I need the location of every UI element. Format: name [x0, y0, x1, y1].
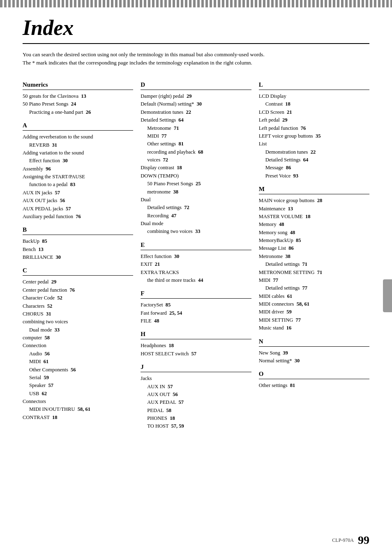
index-entry: the third or more tracks 44	[141, 276, 251, 284]
index-entry: Characters 52	[23, 302, 133, 310]
index-entry: Connection	[23, 342, 133, 350]
top-decorative-bar	[0, 0, 392, 7]
section-rule	[23, 90, 133, 90]
index-entry: AUX PEDAL jacks 57	[23, 205, 133, 213]
index-entry: MASTER VOLUME 18	[259, 213, 369, 221]
column-3: LLCD DisplayContrast 18LCD Screen 21Left…	[259, 76, 369, 431]
index-entry: Metronome 38	[259, 253, 369, 260]
index-entry: PHONES 18	[141, 415, 251, 422]
index-entry: metronome 38	[141, 188, 251, 196]
title-rule	[23, 43, 369, 44]
section-rule	[141, 339, 251, 339]
index-entry: combining two voices	[23, 318, 133, 326]
index-entry: MIDI IN/OUT/THRU 58, 61	[23, 405, 133, 413]
index-entry: AUX OUT jacks 56	[23, 197, 133, 205]
index-entry: Preset Voice 93	[259, 172, 369, 180]
section-header-f: F	[141, 290, 251, 297]
section-header-a: A	[23, 122, 133, 129]
index-entry: Memory song 48	[259, 229, 369, 237]
index-entry: BRILLIANCE 30	[23, 253, 133, 261]
page-number: 99	[358, 534, 369, 547]
index-entry: Connectors	[23, 398, 133, 405]
index-entry: Assigning the START/PAUSE	[23, 173, 133, 181]
index-entry: FactorySet 85	[141, 301, 251, 309]
index-entry: EXTRA TRACKS	[141, 269, 251, 276]
index-entry: function to a pedal 83	[23, 181, 133, 189]
index-entry: Practicing a one-hand part 26	[23, 108, 133, 116]
index-entry: 50 Piano Preset Songs 24	[23, 100, 133, 108]
index-entry: MIDI 61	[23, 358, 133, 366]
index-entry: MAIN voice group buttons 28	[259, 197, 369, 205]
index-entry: Adding variation to the sound	[23, 149, 133, 157]
index-entry: Other Components 56	[23, 366, 133, 374]
index-entry: MIDI 77	[259, 276, 369, 284]
index-entry: TO HOST 57, 59	[141, 422, 251, 430]
index-entry: Detailed Settings 64	[141, 116, 251, 124]
index-entry: FILE 48	[141, 317, 251, 325]
section-rule	[141, 250, 251, 250]
section-rule	[141, 298, 251, 299]
column-1: Numerics50 greats for the Clavinova 1350…	[23, 76, 141, 431]
index-entry: Display contrast 18	[141, 164, 251, 172]
index-entry: Detailed Settings 64	[259, 156, 369, 164]
index-columns: Numerics50 greats for the Clavinova 1350…	[23, 76, 369, 431]
index-entry: AUX IN jacks 57	[23, 189, 133, 197]
section-header-n: N	[259, 338, 369, 345]
index-entry: Left pedal function 76	[259, 124, 369, 132]
index-entry: Maintenance 13	[259, 205, 369, 213]
section-rule	[141, 372, 251, 372]
index-entry: Dual mode	[141, 220, 251, 228]
index-entry: Fast forward 25, 54	[141, 309, 251, 317]
model-name: CLP-970A	[332, 537, 354, 543]
index-entry: Adding reverberation to the sound	[23, 133, 133, 141]
index-entry: Auxiliary pedal function 76	[23, 213, 133, 221]
index-entry: BackUp 85	[23, 237, 133, 245]
section-header-b: B	[23, 226, 133, 233]
index-entry: USB 62	[23, 390, 133, 398]
index-entry: Detailed settings 77	[259, 284, 369, 292]
section-header-j: J	[141, 364, 251, 371]
index-entry: List	[259, 140, 369, 148]
page-footer: CLP-970A 99	[332, 534, 369, 547]
index-entry: Other settings 81	[141, 140, 251, 148]
index-entry: MIDI driver 59	[259, 308, 369, 316]
index-entry: computer 58	[23, 334, 133, 342]
index-entry: recording and playback 68	[141, 148, 251, 156]
index-entry: voices 72	[141, 156, 251, 164]
index-entry: CHORUS 31	[23, 310, 133, 318]
index-entry: Center pedal 29	[23, 278, 133, 286]
index-entry: Assembly 96	[23, 165, 133, 173]
index-entry: METRONOME SETTING 71	[259, 269, 369, 276]
section-header-h: H	[141, 331, 251, 338]
index-entry: Message List 86	[259, 244, 369, 252]
section-header-o: O	[259, 371, 369, 378]
index-entry: Normal setting* 30	[259, 357, 369, 365]
section-header-c: C	[23, 267, 133, 274]
index-entry: CONTRAST 18	[23, 414, 133, 421]
section-rule	[23, 275, 133, 276]
index-entry: LCD Display	[259, 92, 369, 100]
column-2: DDamper (right) pedal 29Default (Normal)…	[141, 76, 258, 431]
section-header-l: L	[259, 81, 369, 88]
index-entry: Default (Normal) setting* 30	[141, 100, 251, 108]
index-entry: MIDI connectors 58, 61	[259, 300, 369, 308]
index-entry: Metronome 71	[141, 124, 251, 132]
section-rule	[23, 130, 133, 131]
index-entry: Effect function 30	[141, 253, 251, 260]
index-entry: Character Code 52	[23, 294, 133, 302]
index-entry: 50 greats for the Clavinova 13	[23, 92, 133, 100]
index-entry: HOST SELECT switch 57	[141, 350, 251, 358]
index-entry: Effect function 30	[23, 157, 133, 165]
section-rule	[141, 90, 251, 90]
index-entry: Demonstration tunes 22	[259, 148, 369, 156]
index-entry: Demonstration tunes 22	[141, 108, 251, 116]
index-entry: Bench 13	[23, 246, 133, 253]
index-entry: Detailed settings 71	[259, 260, 369, 268]
index-entry: AUX PEDAL 57	[141, 398, 251, 406]
index-entry: REVERB 31	[23, 141, 133, 149]
index-entry: AUX OUT 56	[141, 391, 251, 398]
index-entry: Detailed settings 72	[141, 204, 251, 212]
index-entry: Serial 59	[23, 374, 133, 382]
section-header-numerics: Numerics	[23, 81, 133, 88]
index-entry: DOWN (TEMPO)	[141, 172, 251, 180]
